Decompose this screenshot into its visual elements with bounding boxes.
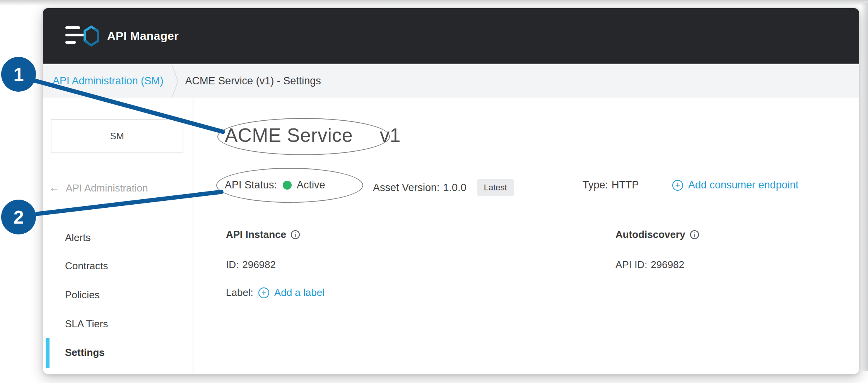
api-instance-label-row: Label: + Add a label [226, 287, 325, 299]
asset-version-label: Asset Version: [373, 182, 440, 194]
callout-2-badge: 2 [1, 200, 36, 234]
api-name: ACME Service [225, 125, 353, 146]
info-icon[interactable]: i [291, 230, 300, 239]
type-value: HTTP [612, 179, 639, 191]
add-label-link[interactable]: Add a label [274, 287, 325, 299]
info-icon[interactable]: i [690, 230, 699, 239]
back-link-label: API Administration [66, 182, 148, 194]
breadcrumb-current: ACME Service (v1) - Settings [185, 75, 321, 87]
sidebar-divider [193, 98, 193, 374]
api-instance-heading-label: API Instance [226, 229, 286, 241]
api-instance-heading: API Instance i [226, 229, 300, 241]
api-status-group: API Status: Active [225, 179, 325, 191]
latest-badge: Latest [477, 179, 514, 196]
app-title: API Manager [107, 8, 179, 63]
sidebar-item-contracts[interactable]: Contracts [65, 260, 108, 272]
plus-circle-icon: + [258, 287, 269, 298]
page-right-shadow [861, 3, 868, 371]
environment-selector[interactable]: SM [51, 119, 183, 153]
api-status-label: API Status: [225, 179, 277, 191]
autodiscovery-heading: Autodiscovery i [615, 229, 699, 241]
page-top-shadow [0, 0, 868, 6]
add-consumer-endpoint-label: Add consumer endpoint [688, 179, 798, 191]
add-consumer-endpoint-button[interactable]: + Add consumer endpoint [672, 179, 798, 191]
breadcrumb-chevron-icon [171, 65, 179, 98]
page-title: ACME Servicev1 [225, 124, 401, 147]
sidebar-active-indicator [46, 338, 50, 368]
id-label: ID: [226, 259, 239, 271]
app-window: API Manager API Administration (SM) ACME… [43, 8, 859, 374]
plus-circle-icon: + [672, 180, 683, 191]
id-value: 296982 [242, 259, 276, 271]
api-status-value: Active [297, 179, 325, 191]
mulesoft-logo-icon [82, 25, 100, 47]
app-header-bar: API Manager [43, 8, 859, 64]
type-group: Type: HTTP [583, 179, 639, 191]
asset-version-group: Asset Version: 1.0.0 Latest [373, 179, 514, 196]
sidebar-item-settings[interactable]: Settings [65, 347, 105, 359]
api-version: v1 [380, 125, 401, 146]
api-id-label: API ID: [615, 259, 647, 271]
autodiscovery-heading-label: Autodiscovery [615, 229, 685, 241]
sidebar-item-policies[interactable]: Policies [65, 289, 100, 301]
api-instance-id-row: ID: 296982 [226, 259, 276, 271]
breadcrumb: API Administration (SM) ACME Service (v1… [43, 64, 859, 98]
status-active-dot-icon [283, 181, 292, 190]
autodiscovery-api-id-row: API ID: 296982 [615, 259, 684, 271]
api-id-value: 296982 [651, 259, 684, 271]
asset-version-value: 1.0.0 [443, 182, 466, 194]
sidebar-back-link[interactable]: ← API Administration [49, 182, 148, 194]
breadcrumb-parent-link[interactable]: API Administration (SM) [53, 75, 164, 87]
type-label: Type: [583, 179, 608, 191]
label-label: Label: [226, 287, 253, 299]
callout-1-badge: 1 [1, 57, 36, 92]
sidebar-item-sla-tiers[interactable]: SLA Tiers [65, 318, 108, 330]
hamburger-menu-icon[interactable] [65, 26, 85, 44]
back-arrow-icon: ← [49, 182, 60, 194]
sidebar-item-alerts[interactable]: Alerts [65, 232, 91, 244]
